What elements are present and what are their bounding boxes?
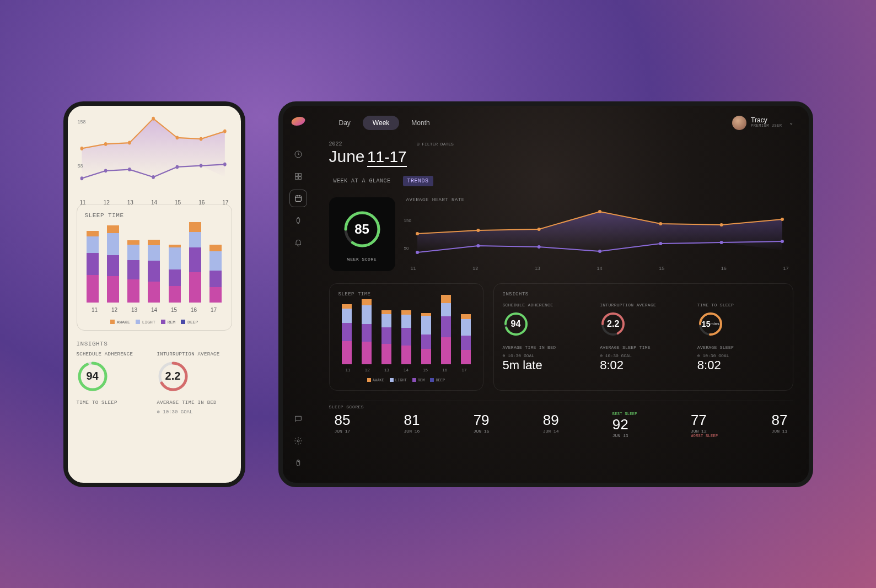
svg-point-36 (780, 218, 783, 221)
svg-point-41 (659, 242, 662, 245)
svg-point-0 (80, 147, 83, 150)
svg-point-43 (780, 240, 783, 243)
svg-rect-24 (297, 218, 299, 223)
sleep-time-bars (85, 225, 224, 303)
filter-dates-button[interactable]: ⊟ FILTER DATES (417, 142, 454, 147)
metric-time-to-sleep: TIME TO SLEEP (77, 400, 152, 415)
x-label: 13 (127, 199, 133, 206)
svg-point-2 (128, 141, 131, 144)
subtab-glance[interactable]: WEEK AT A GLANCE (329, 176, 395, 186)
clock-icon[interactable] (289, 145, 307, 163)
x-label: 17 (222, 199, 228, 206)
svg-point-25 (297, 440, 299, 442)
day-range[interactable]: 11-17 (367, 148, 407, 167)
calendar-icon[interactable] (289, 190, 307, 207)
metric-schedule-adherence: SCHEDULE ADHERENCE 94 (77, 352, 152, 392)
sleep-score-item[interactable]: 87JUN 11 (772, 412, 788, 438)
svg-point-8 (104, 169, 107, 172)
svg-point-39 (537, 245, 540, 249)
power-icon[interactable] (289, 454, 307, 472)
sleep-score-item[interactable]: 81JUN 16 (404, 412, 420, 438)
month-label: June (329, 147, 365, 165)
user-role: PREMIUM USER (751, 124, 782, 128)
metric-avg-time-in-bed: AVERAGE TIME IN BED ⊕ 10:30 GOAL 5m late (503, 345, 589, 373)
svg-point-31 (476, 229, 480, 232)
tablet-device: Day Week Month Tracy PREMIUM USER ⌄ 2022… (278, 101, 813, 487)
week-score-value: 85 (342, 209, 382, 249)
svg-point-9 (128, 168, 131, 171)
x-label: 14 (151, 199, 157, 206)
week-score-card: 85 WEEK SCORE (329, 197, 395, 271)
svg-point-11 (175, 165, 179, 169)
svg-rect-20 (298, 173, 301, 176)
metric-interruption-avg: INTURRUPTION AVERAGE 2.2 (600, 303, 686, 337)
user-menu[interactable]: Tracy PREMIUM USER ⌄ (732, 116, 793, 130)
date-selector: 2022 June 11-17 ⊟ FILTER DATES (329, 141, 793, 166)
metric-avg-time-in-bed: AVERAGE TIME IN BED ⊕ 10:30 GOAL (157, 400, 232, 415)
chevron-down-icon: ⌄ (789, 120, 793, 126)
tab-week[interactable]: Week (363, 116, 399, 130)
svg-point-10 (152, 175, 155, 179)
x-label: 11 (80, 199, 86, 206)
week-score-label: WEEK SCORE (347, 257, 377, 262)
sleep-legend: AWAKE LIGHT REM DEEP (85, 320, 224, 325)
phone-heart-rate-chart: 158 58 11 12 13 14 15 16 17 (77, 114, 232, 196)
svg-point-5 (199, 137, 202, 141)
svg-point-13 (223, 162, 227, 166)
y-tick-high: 158 (78, 119, 86, 125)
metric-avg-sleep-time: AVERAGE SLEEP TIME ⊕ 10:30 GOAL 8:02 (600, 345, 686, 373)
bell-icon[interactable] (289, 234, 307, 251)
avatar (732, 116, 746, 130)
x-label: 12 (104, 199, 110, 206)
metric-time-to-sleep: TIME TO SLEEP 15mins (697, 303, 784, 337)
svg-point-40 (598, 250, 601, 253)
metric-schedule-adherence: SCHEDULE ADHERENCE 94 (503, 303, 589, 337)
topbar: Day Week Month Tracy PREMIUM USER ⌄ (329, 116, 793, 130)
svg-point-34 (659, 222, 662, 225)
sleep-score-item[interactable]: 89JUN 14 (543, 412, 559, 438)
tablet-heart-rate-chart: AVERAGE HEART RATE 150 50 (406, 197, 793, 271)
sleep-score-item[interactable]: 79JUN 15 (474, 412, 490, 438)
svg-rect-22 (298, 176, 301, 179)
svg-point-1 (104, 142, 107, 145)
svg-rect-21 (295, 176, 298, 179)
svg-point-32 (537, 228, 540, 231)
chat-icon[interactable] (289, 410, 307, 428)
card-title: SLEEP TIME (85, 212, 224, 219)
subtab-trends[interactable]: TRENDS (403, 176, 433, 186)
svg-point-3 (152, 116, 155, 120)
tablet-insights-card: INSIGHTS SCHEDULE ADHERENCE 94 INTURRUPT… (493, 283, 793, 391)
grid-icon[interactable] (289, 168, 307, 185)
svg-point-35 (719, 223, 723, 226)
svg-point-37 (416, 251, 419, 254)
sleep-scores-row: SLEEP SCORES 85JUN 1781JUN 1679JUN 1589J… (329, 401, 793, 438)
tab-day[interactable]: Day (329, 116, 361, 130)
x-label: 15 (175, 199, 181, 206)
svg-point-7 (80, 176, 83, 180)
year-label: 2022 (329, 141, 407, 147)
sidebar (283, 106, 314, 483)
svg-point-42 (719, 241, 723, 244)
sleep-score-item[interactable]: 85JUN 17 (335, 412, 351, 438)
sleep-score-item[interactable]: BEST SLEEP92JUN 13 (612, 412, 637, 438)
watch-icon[interactable] (289, 212, 307, 229)
y-tick-low: 58 (78, 163, 83, 169)
svg-point-12 (199, 164, 202, 168)
phone-device: 158 58 11 12 13 14 15 16 17 SLEEP (63, 101, 245, 487)
svg-rect-19 (295, 173, 298, 176)
svg-point-27 (298, 461, 299, 462)
metric-avg-sleep: AVERAGE SLEEP ⊕ 10:30 GOAL 8:02 (697, 345, 784, 373)
svg-point-30 (416, 232, 419, 235)
subtabs: WEEK AT A GLANCE TRENDS (329, 176, 793, 186)
insights-heading: INSIGHTS (77, 341, 232, 347)
tablet-sleep-time-card: SLEEP TIME 11 12 13 14 15 16 (329, 283, 483, 391)
phone-sleep-time-card: SLEEP TIME 11 12 13 14 15 16 17 AWAKE LI… (77, 204, 232, 331)
x-label: 16 (198, 199, 205, 206)
tab-month[interactable]: Month (401, 116, 439, 130)
gear-icon[interactable] (289, 432, 307, 450)
svg-point-6 (223, 129, 227, 133)
sleep-score-item[interactable]: 77JUN 12WORST SLEEP (691, 412, 718, 438)
svg-point-38 (476, 244, 480, 247)
svg-rect-23 (295, 196, 301, 201)
metric-interruption-avg: INTURRUPTION AVERAGE 2.2 (157, 352, 232, 392)
